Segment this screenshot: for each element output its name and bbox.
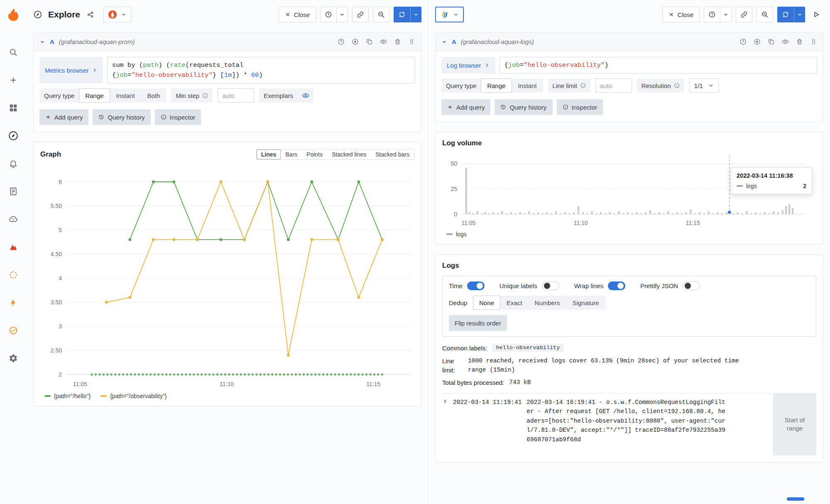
dedup-numbers[interactable]: Numbers — [529, 296, 566, 310]
synthetic-monitoring-icon[interactable] — [4, 266, 22, 284]
legend-item-observability[interactable]: {path="/observability"} — [100, 393, 166, 399]
view-mode-stacked-bars[interactable]: Stacked bars — [371, 149, 414, 159]
drag-handle-icon[interactable] — [408, 38, 415, 45]
share-icon[interactable] — [87, 11, 94, 18]
dedup-label: Dedup — [449, 299, 467, 306]
toggle-visibility-icon[interactable] — [782, 38, 789, 45]
legend-item-logs[interactable]: logs — [446, 231, 467, 237]
prettify-json-switch[interactable] — [683, 281, 700, 290]
time-picker-button-left[interactable] — [320, 7, 337, 22]
toggle-visibility-icon[interactable] — [380, 38, 387, 45]
add-query-button-right[interactable]: Add query — [441, 99, 490, 115]
alerting-icon[interactable] — [4, 154, 22, 173]
log-row[interactable]: 2022-03-14 11:19:41 2022-03-14 16:19:41 … — [442, 393, 773, 444]
view-mode-points[interactable]: Points — [302, 149, 327, 159]
record-query-icon[interactable] — [754, 38, 761, 45]
query-history-button-right[interactable]: Query history — [495, 99, 552, 115]
search-icon[interactable] — [4, 43, 22, 61]
query-type-label: Query type — [441, 78, 481, 93]
query-type-range[interactable]: Range — [79, 88, 110, 103]
time-picker-button-right[interactable] — [704, 7, 720, 22]
run-query-chevron-right[interactable] — [794, 7, 805, 22]
copy-query-icon[interactable] — [366, 38, 373, 45]
log-browser-button[interactable]: Log browser — [441, 57, 495, 73]
add-query-button-left[interactable]: Add query — [39, 109, 88, 125]
metrics-browser-button[interactable]: Metrics browser — [39, 57, 103, 83]
time-picker-chevron-right[interactable] — [720, 7, 732, 22]
time-series-chart[interactable]: 22.5033.5044.5055.50611:0511:1011:15 — [40, 163, 418, 389]
datasource-picker-right[interactable] — [435, 7, 464, 22]
query-type-range[interactable]: Range — [481, 78, 512, 93]
collapse-query-icon[interactable] — [441, 39, 447, 45]
delete-query-icon[interactable] — [796, 38, 803, 45]
legend-item-hello[interactable]: {path="/hello"} — [44, 393, 91, 399]
resolution-field: Resolution — [637, 78, 684, 93]
link-icon — [357, 11, 364, 18]
resolution-select[interactable]: 1/1 — [689, 78, 719, 93]
lightning-app-icon[interactable] — [4, 294, 22, 312]
explore-nav-icon[interactable] — [4, 127, 22, 145]
view-mode-stacked-lines[interactable]: Stacked lines — [327, 149, 371, 159]
inspector-button-left[interactable]: Inspector — [155, 109, 201, 125]
info-icon — [563, 104, 568, 110]
time-switch[interactable] — [467, 281, 485, 290]
loki-icon — [440, 10, 449, 19]
resolution-label: Resolution — [637, 78, 684, 93]
record-query-icon[interactable] — [352, 38, 359, 45]
view-mode-bars[interactable]: Bars — [281, 149, 302, 159]
promql-query-input[interactable]: sum by (path) (rate(requests_total{job="… — [107, 57, 415, 83]
exemplars-toggle-eye-icon[interactable] — [298, 88, 313, 103]
create-icon[interactable] — [4, 71, 22, 89]
live-tail-button[interactable] — [809, 7, 823, 22]
run-query-chevron-left[interactable] — [410, 7, 421, 22]
inspector-button-right[interactable]: Inspector — [557, 99, 603, 115]
close-split-button-right[interactable]: Close — [662, 7, 700, 22]
query-options-left: Query type Range Instant Both Min step — [39, 88, 415, 103]
copy-link-button-left[interactable] — [352, 7, 369, 22]
view-mode-lines[interactable]: Lines — [257, 149, 281, 159]
close-split-button-left[interactable]: Close — [279, 7, 316, 22]
line-limit-input[interactable] — [595, 78, 632, 93]
grafana-explore-app: Explore Close — [0, 0, 830, 504]
dedup-exact[interactable]: Exact — [500, 296, 529, 310]
logql-query-input[interactable]: {job="hello-observability"} — [499, 57, 817, 73]
dedup-signature[interactable]: Signature — [566, 296, 605, 310]
documents-icon[interactable] — [4, 182, 22, 201]
logs-title: Logs — [442, 262, 816, 270]
help-icon[interactable] — [739, 38, 747, 45]
run-query-button-left[interactable] — [394, 7, 410, 22]
scrollbar-thumb[interactable] — [787, 497, 804, 501]
ml-app-icon[interactable] — [4, 321, 22, 340]
collapse-query-icon[interactable] — [39, 39, 45, 45]
log-expand-icon[interactable] — [442, 399, 448, 406]
copy-link-button-right[interactable] — [736, 7, 752, 22]
dashboards-icon[interactable] — [4, 99, 22, 117]
chevron-down-icon — [339, 12, 345, 17]
help-icon[interactable] — [338, 38, 345, 45]
min-step-input[interactable] — [218, 88, 254, 103]
unique-labels-switch[interactable] — [542, 281, 559, 290]
svg-text:5.50: 5.50 — [51, 203, 62, 209]
query-type-instant[interactable]: Instant — [110, 88, 141, 103]
wrap-lines-switch[interactable] — [608, 281, 625, 290]
dedup-none[interactable]: None — [473, 296, 500, 310]
settings-gear-icon[interactable] — [4, 349, 22, 367]
time-picker-chevron-left[interactable] — [337, 7, 348, 22]
drag-handle-icon[interactable] — [810, 38, 817, 45]
query-history-button-left[interactable]: Query history — [93, 109, 150, 125]
delete-query-icon[interactable] — [394, 38, 401, 45]
copy-query-icon[interactable] — [768, 38, 775, 45]
zoom-out-button-right[interactable] — [757, 7, 773, 22]
cloud-alerts-icon[interactable] — [4, 210, 22, 228]
line-limit-row: Line limit: 1000 reached, received logs … — [442, 357, 816, 375]
datasource-picker-left[interactable] — [103, 7, 131, 22]
query-editor-body-right: Log browser {job="hello-observability"} … — [436, 51, 823, 122]
play-icon — [813, 11, 820, 18]
run-query-button-right[interactable] — [777, 7, 794, 22]
flip-results-order-button[interactable]: Flip results order — [449, 315, 507, 331]
query-type-instant[interactable]: Instant — [512, 78, 543, 93]
zoom-out-button-left[interactable] — [373, 7, 389, 22]
grafana-logo[interactable] — [4, 6, 22, 24]
app-plugin-red-icon[interactable] — [4, 238, 22, 256]
query-type-both[interactable]: Both — [141, 88, 166, 103]
